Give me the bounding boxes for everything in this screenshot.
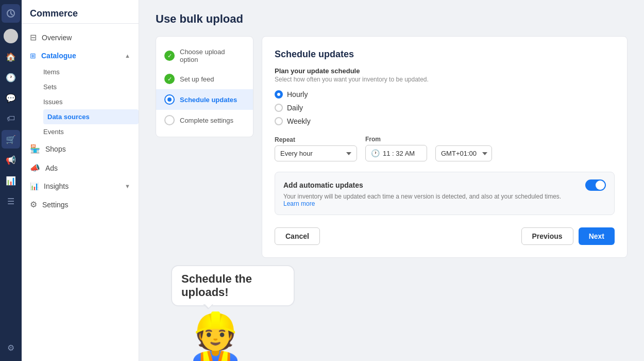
sidebar-item-issues[interactable]: Issues <box>43 94 139 109</box>
speech-bubble: Schedule the uploads! <box>171 265 295 306</box>
sidebar-label-insights: Insights <box>44 182 69 190</box>
sidebar-label-catalogue: Catalogue <box>41 52 76 60</box>
repeat-from-row: Repeat Every hour From 🕐 11 : 32 AM T <box>275 136 615 161</box>
clock-icon: 🕐 <box>371 149 380 157</box>
frequency-radio-group: Hourly Daily Weekly <box>275 90 615 125</box>
from-label: From <box>365 136 427 143</box>
repeat-label: Repeat <box>275 136 357 143</box>
radio-daily-label: Daily <box>287 104 303 112</box>
plan-subtitle: Plan your update schedule <box>275 67 615 75</box>
step-choose-upload-label: Choose upload option <box>180 48 245 63</box>
steps-panel: ✓ Choose upload option ✓ Set up feed Sch… <box>156 36 253 137</box>
sidebar-item-data-sources[interactable]: Data sources <box>43 109 139 124</box>
step-complete-settings-label: Complete settings <box>180 117 233 124</box>
radio-weekly-label: Weekly <box>287 117 311 125</box>
sidebar-label-ads: Ads <box>45 164 58 172</box>
rail-menu-icon[interactable]: ☰ <box>2 192 20 210</box>
auto-updates-title: Add automatic updates <box>283 181 363 189</box>
catalogue-submenu: Items Sets Issues Data sources Events <box>22 64 139 139</box>
main-content: Use bulk upload ✓ Choose upload option ✓… <box>139 0 644 361</box>
sidebar-title: Commerce <box>22 0 139 24</box>
icon-rail: 🏠 🕐 💬 🏷 🛒 📢 📊 ☰ ⚙ <box>0 0 22 361</box>
auto-updates-toggle[interactable] <box>585 179 606 191</box>
sidebar-item-items[interactable]: Items <box>43 64 139 79</box>
step-complete-settings[interactable]: Complete settings <box>156 110 253 130</box>
plan-desc: Select how often you want your inventory… <box>275 76 615 83</box>
time-input[interactable]: 🕐 11 : 32 AM <box>365 145 427 161</box>
step-set-up-feed[interactable]: ✓ Set up feed <box>156 69 253 89</box>
radio-weekly[interactable]: Weekly <box>275 117 615 125</box>
insights-chevron-icon: ▼ <box>125 183 130 189</box>
step-set-up-feed-label: Set up feed <box>180 75 214 83</box>
step-complete-settings-icon <box>164 115 175 125</box>
catalogue-chevron-icon: ▲ <box>125 53 130 59</box>
shops-icon: 🏪 <box>30 144 40 154</box>
sidebar-item-shops[interactable]: 🏪 Shops <box>22 139 139 158</box>
rail-chat-icon[interactable]: 💬 <box>2 89 20 107</box>
sidebar-label-settings: Settings <box>42 201 69 209</box>
time-value: 11 : 32 AM <box>383 150 415 157</box>
step-choose-upload[interactable]: ✓ Choose upload option <box>156 43 253 69</box>
cancel-button[interactable]: Cancel <box>275 227 320 245</box>
catalogue-icon: ⊞ <box>30 52 36 60</box>
avatar[interactable] <box>4 29 18 43</box>
learn-more-link[interactable]: Learn more <box>283 200 315 207</box>
sidebar-item-insights[interactable]: 📊 Insights ▼ <box>22 177 139 195</box>
radio-weekly-circle <box>275 117 283 125</box>
step-choose-upload-icon: ✓ <box>164 51 175 61</box>
form-title: Schedule updates <box>275 49 615 60</box>
timezone-field-group: TZ GMT+01:00 <box>435 136 492 161</box>
sidebar-label-shops: Shops <box>45 145 66 153</box>
auto-updates-desc: Your inventory will be updated each time… <box>283 193 606 207</box>
rail-clock-icon[interactable]: 🕐 <box>2 68 20 87</box>
radio-hourly-label: Hourly <box>287 90 308 99</box>
sidebar-item-overview[interactable]: ⊟ Overview <box>22 28 139 47</box>
rail-speaker-icon[interactable]: 📢 <box>2 151 20 169</box>
step-set-up-feed-icon: ✓ <box>164 74 175 84</box>
page-title: Use bulk upload <box>156 12 628 26</box>
rail-meta-icon[interactable] <box>2 4 20 23</box>
auto-updates-header: Add automatic updates <box>283 179 606 191</box>
previous-button[interactable]: Previous <box>521 227 573 245</box>
sidebar: Commerce ⊟ Overview ⊞ Catalogue ▲ Items … <box>22 0 139 361</box>
sidebar-item-settings[interactable]: ⚙ Settings <box>22 195 139 214</box>
step-schedule-updates-icon <box>164 94 175 105</box>
radio-hourly-circle <box>275 90 283 99</box>
wizard-layout: ✓ Choose upload option ✓ Set up feed Sch… <box>156 36 628 258</box>
sidebar-item-ads[interactable]: 📣 Ads <box>22 158 139 177</box>
radio-hourly[interactable]: Hourly <box>275 90 615 99</box>
insights-icon: 📊 <box>30 182 39 190</box>
rail-settings-icon[interactable]: ⚙ <box>2 338 20 357</box>
sidebar-nav: ⊟ Overview ⊞ Catalogue ▲ Items Sets Issu… <box>22 24 139 361</box>
auto-updates-box: Add automatic updates Your inventory wil… <box>275 172 615 215</box>
sidebar-item-events[interactable]: Events <box>43 124 139 139</box>
illustration-area: Schedule the uploads! 👷 <box>156 270 628 360</box>
radio-daily[interactable]: Daily <box>275 104 615 112</box>
mascot-area: Schedule the uploads! 👷 <box>171 265 295 360</box>
rail-chart-icon[interactable]: 📊 <box>2 171 20 190</box>
form-panel: Schedule updates Plan your update schedu… <box>262 36 628 258</box>
rail-cart-icon[interactable]: 🛒 <box>2 130 20 149</box>
form-footer: Cancel Previous Next <box>275 227 615 245</box>
radio-daily-circle <box>275 104 283 112</box>
rail-tag-icon[interactable]: 🏷 <box>2 109 20 128</box>
sidebar-item-sets[interactable]: Sets <box>43 79 139 94</box>
mascot: 👷 <box>187 314 244 360</box>
step-schedule-updates[interactable]: Schedule updates <box>156 89 253 110</box>
ads-icon: 📣 <box>30 163 40 173</box>
sidebar-label-overview: Overview <box>42 34 72 42</box>
sidebar-item-catalogue[interactable]: ⊞ Catalogue ▲ <box>22 47 139 64</box>
settings-icon: ⚙ <box>30 200 37 209</box>
repeat-select[interactable]: Every hour <box>275 145 357 161</box>
footer-right-buttons: Previous Next <box>521 227 615 245</box>
timezone-select[interactable]: GMT+01:00 <box>435 145 492 161</box>
overview-icon: ⊟ <box>30 32 37 42</box>
repeat-field-group: Repeat Every hour <box>275 136 357 161</box>
next-button[interactable]: Next <box>579 227 615 245</box>
rail-home-icon[interactable]: 🏠 <box>2 47 20 66</box>
step-schedule-updates-label: Schedule updates <box>180 96 237 104</box>
from-field-group: From 🕐 11 : 32 AM <box>365 136 427 161</box>
